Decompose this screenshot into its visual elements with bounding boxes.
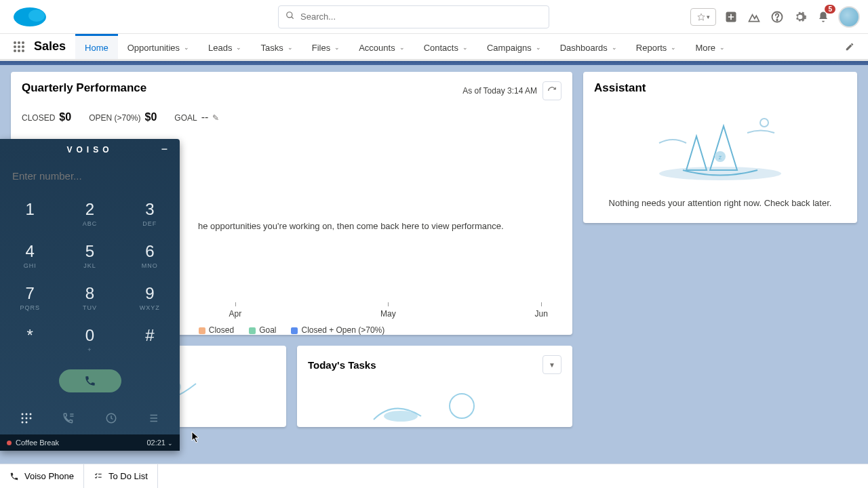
header-actions: ▾ 5 [690,6,860,28]
svg-point-21 [450,394,474,418]
svg-line-4 [292,16,294,18]
dialpad-key-9[interactable]: 9WXYZ [120,279,180,321]
qp-title: Quarterly Performance [22,81,146,95]
global-search[interactable] [278,5,549,28]
nav-leads[interactable]: Leads⌄ [199,34,251,59]
open-value: $0 [145,111,157,123]
assistant-message: Nothing needs your attention right now. … [594,198,846,214]
svg-point-27 [26,413,28,415]
nav-opportunities[interactable]: Opportunities⌄ [118,34,199,59]
setup-gear-icon[interactable] [792,9,808,25]
tasks-title: Today's Tasks [308,359,376,371]
nav-home[interactable]: Home [75,34,118,59]
dialpad-key-1[interactable]: 1 [0,195,60,237]
app-launcher-icon[interactable] [7,34,31,59]
svg-point-33 [26,422,28,424]
todo-list-utility[interactable]: To Do List [84,464,158,488]
svg-point-8 [776,19,778,20]
dialpad: 12ABC3DEF4GHI5JKL6MNO7PQRS8TUV9WXYZ*0+# [0,195,180,363]
chart-empty-message: he opportunities you're working on, then… [198,220,541,233]
dialpad-key-#[interactable]: # [120,321,180,363]
phone-number-input[interactable] [12,170,167,182]
global-header: ▾ 5 [0,0,868,34]
notifications-icon[interactable]: 5 [815,9,831,25]
call-button[interactable] [59,369,121,392]
voiso-header: VOISO – [0,139,180,161]
list-tab-icon[interactable] [140,409,167,428]
legend-closed: Closed [209,325,234,335]
assistant-title: Assistant [594,81,846,95]
app-name: Sales [31,34,75,59]
goal-value: -- [201,111,209,123]
dialpad-key-*[interactable]: * [0,321,60,363]
nav-contacts[interactable]: Contacts⌄ [414,34,477,59]
svg-point-9 [14,41,16,44]
assistant-illustration: z [594,106,846,187]
svg-point-28 [30,413,32,415]
voiso-tabs [0,403,180,434]
add-icon[interactable] [723,9,739,25]
nav-files[interactable]: Files⌄ [302,34,349,59]
svg-text:z: z [719,154,722,161]
edit-nav-icon[interactable] [838,34,861,59]
x-tick: Jun [535,309,548,319]
svg-point-3 [287,12,292,17]
open-label: OPEN (>70%) [89,113,140,123]
svg-point-23 [760,119,768,127]
status-timer: 02:21 [146,439,165,447]
dialpad-key-7[interactable]: 7PQRS [0,279,60,321]
contacts-tab-icon[interactable] [55,409,82,428]
dialpad-key-6[interactable]: 6MNO [120,237,180,279]
dialpad-key-4[interactable]: 4GHI [0,237,60,279]
nav-reports[interactable]: Reports⌄ [627,34,686,59]
legend-both: Closed + Open (>70%) [301,325,384,335]
voiso-status-bar[interactable]: Coffee Break 02:21 ⌄ [0,434,180,451]
notification-badge: 5 [825,5,835,14]
dialpad-key-8[interactable]: 8TUV [60,279,119,321]
tasks-dropdown-button[interactable]: ▼ [542,355,561,374]
nav-more[interactable]: More⌄ [686,34,734,59]
nav-campaigns[interactable]: Campaigns⌄ [477,34,551,59]
tasks-illustration [308,382,561,423]
status-dot-icon [7,441,12,445]
svg-point-31 [30,418,32,420]
svg-point-11 [22,41,24,44]
svg-point-2 [28,9,45,22]
nav-dashboards[interactable]: Dashboards⌄ [551,34,627,59]
closed-label: CLOSED [22,113,55,123]
voiso-phone-utility[interactable]: Voiso Phone [0,464,84,488]
svg-point-16 [18,49,20,52]
dialpad-key-2[interactable]: 2ABC [60,195,119,237]
nav-accounts[interactable]: Accounts⌄ [349,34,414,59]
svg-point-10 [18,41,20,44]
refresh-button[interactable] [542,81,561,100]
trailhead-icon[interactable] [746,9,762,25]
nav-tasks[interactable]: Tasks⌄ [251,34,302,59]
todays-tasks-card: Today's Tasks ▼ [297,346,572,427]
svg-point-29 [22,418,24,420]
search-input[interactable] [300,12,542,22]
goal-label: GOAL [174,113,197,123]
search-icon [285,11,295,23]
svg-marker-5 [698,14,705,20]
history-tab-icon[interactable] [98,409,125,428]
salesforce-logo [12,5,47,29]
svg-point-17 [22,49,24,52]
svg-point-12 [14,45,16,48]
nav-bar: Sales HomeOpportunities⌄Leads⌄Tasks⌄File… [0,34,868,61]
dialpad-key-3[interactable]: 3DEF [120,195,180,237]
utility-label: To Do List [108,471,148,481]
edit-goal-icon[interactable]: ✎ [212,113,219,123]
svg-point-32 [22,422,24,424]
svg-point-1 [16,13,30,24]
favorites-button[interactable]: ▾ [690,8,716,26]
dialpad-tab-icon[interactable] [13,409,40,428]
legend-goal: Goal [259,325,276,335]
closed-value: $0 [59,111,71,123]
dialpad-key-5[interactable]: 5JKL [60,237,119,279]
minimize-icon[interactable]: – [161,143,172,155]
svg-point-30 [26,418,28,420]
dialpad-key-0[interactable]: 0+ [60,321,119,363]
help-icon[interactable] [769,9,785,25]
user-avatar[interactable] [838,6,860,28]
